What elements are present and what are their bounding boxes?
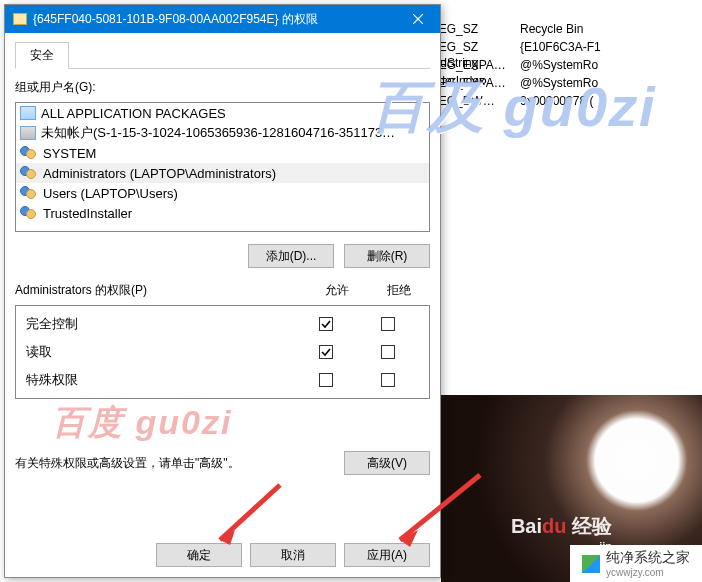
deny-checkbox[interactable] [381, 373, 395, 387]
deny-checkbox[interactable] [381, 317, 395, 331]
deny-checkbox[interactable] [381, 345, 395, 359]
permission-row: 特殊权限 [16, 366, 429, 394]
titlebar[interactable]: {645FF040-5081-101B-9F08-00AA002F954E} 的… [5, 5, 440, 33]
site-icon [582, 555, 600, 573]
user-row[interactable]: ALL APPLICATION PACKAGES [16, 103, 429, 123]
user-row[interactable]: TrustedInstaller [16, 203, 429, 223]
allow-checkbox[interactable] [319, 373, 333, 387]
permission-row: 读取 [16, 338, 429, 366]
tab-bar: 安全 [15, 41, 430, 69]
user-row[interactable]: SYSTEM [16, 143, 429, 163]
advanced-button[interactable]: 高级(V) [344, 451, 430, 475]
folder-icon [13, 13, 27, 25]
user-row[interactable]: Users (LAPTOP\Users) [16, 183, 429, 203]
package-icon [20, 126, 36, 140]
users-icon [20, 186, 38, 200]
apply-button[interactable]: 应用(A) [344, 543, 430, 567]
permission-row: 完全控制 [16, 310, 429, 338]
allow-checkbox[interactable] [319, 345, 333, 359]
close-button[interactable] [396, 5, 440, 33]
remove-button[interactable]: 删除(R) [344, 244, 430, 268]
close-icon [413, 14, 423, 24]
ok-button[interactable]: 确定 [156, 543, 242, 567]
add-button[interactable]: 添加(D)... [248, 244, 334, 268]
user-row[interactable]: Administrators (LAPTOP\Administrators) [16, 163, 429, 183]
site-footer: 纯净系统之家 ycwwjzy.com [570, 545, 702, 582]
permissions-dialog: {645FF040-5081-101B-9F08-00AA002F954E} 的… [4, 4, 441, 578]
package-icon [20, 106, 36, 120]
users-icon [20, 146, 38, 160]
advanced-hint: 有关特殊权限或高级设置，请单击"高级"。 [15, 455, 334, 472]
users-icon [20, 166, 38, 180]
users-icon [20, 206, 38, 220]
bg-wallpaper: Baidu 经验 jin 纯净系统之家 ycwwjzy.com [441, 395, 702, 582]
permissions-header: Administrators 的权限(P) 允许 拒绝 [15, 282, 430, 299]
window-title: {645FF040-5081-101B-9F08-00AA002F954E} 的… [33, 11, 396, 28]
cancel-button[interactable]: 取消 [250, 543, 336, 567]
bg-registry-table: REG_SZRecycle Bin REG_SZ{E10F6C3A-F1 REG… [422, 0, 702, 110]
user-row[interactable]: 未知帐户(S-1-15-3-1024-1065365936-1281604716… [16, 123, 429, 143]
tab-security[interactable]: 安全 [15, 42, 69, 69]
permissions-table: 完全控制 读取 特殊权限 [15, 305, 430, 399]
user-list[interactable]: ALL APPLICATION PACKAGES 未知帐户(S-1-15-3-1… [15, 102, 430, 232]
allow-checkbox[interactable] [319, 317, 333, 331]
group-users-label: 组或用户名(G): [15, 79, 430, 96]
